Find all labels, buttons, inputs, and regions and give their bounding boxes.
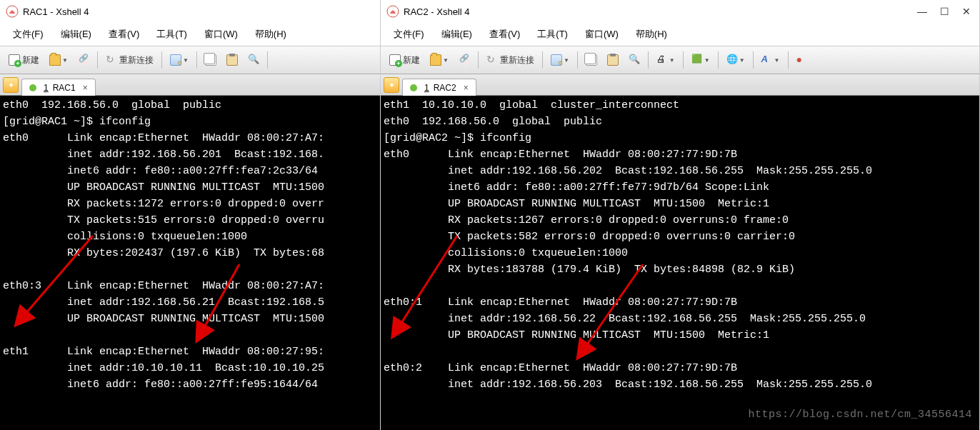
paste-icon [226, 54, 238, 66]
toolbar: 新建 ▼ 重新连接 ▼ ▼ [381, 46, 979, 74]
reconnect-label: 重新连接 [500, 54, 534, 66]
close-button[interactable]: ✕ [962, 6, 971, 16]
caret-down-icon: ▼ [564, 57, 569, 64]
tabstrip: 1 RAC2 × [381, 74, 979, 96]
tab-rac2[interactable]: 1 RAC2 × [402, 79, 476, 96]
tab-rac1[interactable]: 1 RAC1 × [21, 79, 96, 96]
print-button[interactable]: ▼ [652, 50, 679, 70]
properties-button[interactable]: ▼ [166, 50, 193, 70]
menu-edit[interactable]: 编辑(E) [52, 25, 100, 44]
paste-icon [607, 54, 619, 66]
open-button[interactable]: ▼ [426, 50, 453, 70]
caret-down-icon: ▼ [443, 57, 449, 64]
menu-edit[interactable]: 编辑(E) [433, 25, 481, 44]
menu-window[interactable]: 窗口(W) [196, 25, 246, 44]
new-icon [9, 54, 20, 66]
menu-file[interactable]: 文件(F) [4, 25, 52, 44]
copy-button[interactable] [201, 50, 221, 70]
menu-view[interactable]: 查看(V) [100, 25, 148, 44]
font-icon [761, 54, 773, 66]
link-button[interactable] [74, 50, 94, 70]
copy-icon [205, 54, 216, 66]
properties-button[interactable]: ▼ [546, 50, 574, 70]
link-icon [78, 54, 89, 66]
tab-title: RAC1 [53, 83, 76, 93]
separator [718, 51, 719, 69]
print-icon [656, 54, 668, 66]
menu-window[interactable]: 窗口(W) [576, 25, 627, 44]
add-tab-button[interactable] [3, 77, 19, 93]
color-scheme-icon [691, 54, 703, 66]
reconnect-label: 重新连接 [119, 54, 154, 66]
separator [648, 51, 649, 69]
separator [542, 51, 543, 69]
menubar: 文件(F) 编辑(E) 查看(V) 工具(T) 窗口(W) 帮助(H) [381, 23, 979, 46]
add-tab-button[interactable] [384, 77, 399, 93]
terminal[interactable]: eth1 10.10.10.0 global cluster_interconn… [381, 96, 979, 430]
reconnect-button[interactable]: 重新连接 [482, 50, 539, 70]
terminal[interactable]: eth0 192.168.56.0 global public [grid@RA… [0, 96, 380, 430]
search-icon [248, 54, 259, 66]
paste-button[interactable] [222, 50, 242, 70]
new-button[interactable]: 新建 [4, 50, 44, 70]
menu-tool[interactable]: 工具(T) [529, 25, 576, 44]
find-button[interactable] [624, 50, 644, 70]
find-button[interactable] [244, 50, 264, 70]
window-title: RAC2 - Xshell 4 [404, 6, 917, 17]
encoding-button[interactable]: ▼ [722, 50, 749, 70]
link-icon [459, 54, 470, 66]
menubar: 文件(F) 编辑(E) 查看(V) 工具(T) 窗口(W) 帮助(H) [0, 23, 380, 46]
close-tab-icon[interactable]: × [83, 83, 88, 93]
titlebar: RAC1 - Xshell 4 [0, 0, 380, 23]
pane-rac1: RAC1 - Xshell 4 文件(F) 编辑(E) 查看(V) 工具(T) … [0, 0, 381, 430]
maximize-button[interactable]: ☐ [940, 6, 949, 16]
menu-help[interactable]: 帮助(H) [627, 25, 676, 44]
link-button[interactable] [454, 50, 474, 70]
copy-button[interactable] [581, 50, 601, 70]
caret-down-icon: ▼ [774, 57, 780, 64]
caret-down-icon: ▼ [704, 57, 710, 64]
separator [161, 51, 162, 69]
session-status-icon [29, 84, 36, 91]
xshell-help-icon [796, 54, 808, 66]
menu-view[interactable]: 查看(V) [481, 25, 529, 44]
separator [97, 51, 98, 69]
close-tab-icon[interactable]: × [464, 83, 469, 93]
new-icon [389, 54, 401, 66]
paste-button[interactable] [603, 50, 623, 70]
separator [577, 51, 578, 69]
window-title: RAC1 - Xshell 4 [23, 6, 374, 17]
caret-down-icon: ▼ [739, 57, 745, 64]
reconnect-button[interactable]: 重新连接 [101, 50, 158, 70]
properties-icon [170, 54, 181, 66]
separator [753, 51, 754, 69]
menu-tool[interactable]: 工具(T) [148, 25, 196, 44]
tab-title: RAC2 [434, 83, 456, 93]
watermark: https://blog.csdn.net/cm_34556414 [748, 406, 972, 423]
app-logo-icon [6, 5, 19, 18]
font-button[interactable]: ▼ [757, 50, 784, 70]
caret-down-icon: ▼ [183, 57, 189, 64]
new-label: 新建 [22, 54, 39, 66]
separator [478, 51, 479, 69]
session-status-icon [410, 84, 417, 91]
reconnect-icon [486, 54, 498, 66]
open-button[interactable]: ▼ [45, 50, 72, 70]
color-button[interactable]: ▼ [687, 50, 714, 70]
globe-icon [726, 54, 738, 66]
properties-icon [551, 54, 562, 66]
separator [196, 51, 197, 69]
app-logo-icon [386, 5, 399, 18]
tab-number: 1 [44, 83, 49, 93]
minimize-button[interactable]: — [917, 6, 927, 16]
titlebar: RAC2 - Xshell 4 — ☐ ✕ [381, 0, 979, 23]
pane-rac2: RAC2 - Xshell 4 — ☐ ✕ 文件(F) 编辑(E) 查看(V) … [381, 0, 980, 430]
menu-file[interactable]: 文件(F) [385, 25, 433, 44]
new-button[interactable]: 新建 [385, 50, 424, 70]
menu-help[interactable]: 帮助(H) [246, 25, 295, 44]
caret-down-icon: ▼ [669, 57, 675, 64]
separator [267, 51, 268, 69]
new-label: 新建 [403, 54, 420, 66]
help-button[interactable] [792, 50, 812, 70]
folder-open-icon [430, 54, 441, 66]
